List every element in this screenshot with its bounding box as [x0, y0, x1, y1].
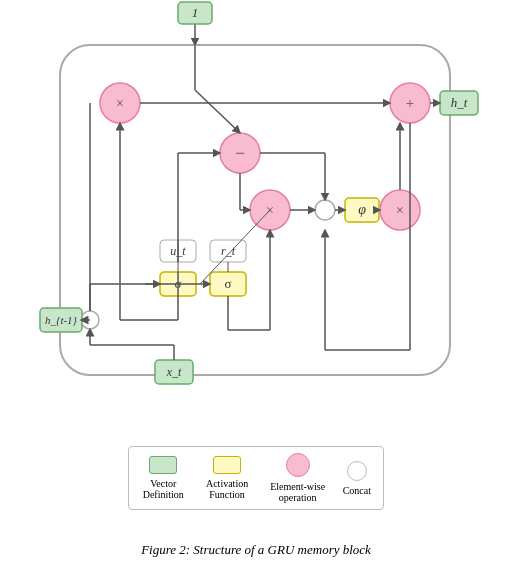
legend-symbol-pink [286, 453, 310, 477]
figure-caption: Figure 2: Structure of a GRU memory bloc… [0, 542, 512, 558]
svg-text:h_t: h_t [451, 95, 468, 110]
legend-item-elementwise: Element-wise operation [269, 453, 327, 503]
legend-item-concat: Concat [343, 461, 371, 496]
legend-item-vector: Vector Definition [141, 456, 185, 500]
svg-text:×: × [396, 203, 404, 218]
svg-text:r_t: r_t [221, 244, 236, 258]
svg-text:+: + [406, 95, 414, 111]
legend-label-activation: Activation Function [201, 478, 252, 500]
legend-symbol-yellow [213, 456, 241, 474]
svg-text:φ: φ [358, 202, 366, 217]
legend: Vector Definition Activation Function El… [128, 446, 384, 510]
svg-text:×: × [116, 96, 124, 111]
svg-text:−: − [235, 143, 245, 163]
svg-text:1: 1 [192, 5, 199, 20]
legend-label-vector: Vector Definition [141, 478, 185, 500]
svg-text:x_t: x_t [166, 365, 182, 379]
caption-text: Figure 2: Structure of a GRU memory bloc… [141, 542, 371, 557]
legend-label-concat: Concat [343, 485, 371, 496]
legend-item-activation: Activation Function [201, 456, 252, 500]
legend-label-elementwise: Element-wise operation [269, 481, 327, 503]
legend-symbol-green [149, 456, 177, 474]
legend-symbol-white [347, 461, 367, 481]
svg-line-14 [195, 90, 240, 133]
svg-text:h_{t-1}: h_{t-1} [45, 314, 78, 326]
diagram: 1 × + h_t − × φ × [0, 0, 512, 510]
svg-point-18 [315, 200, 335, 220]
svg-text:σ: σ [224, 276, 231, 291]
